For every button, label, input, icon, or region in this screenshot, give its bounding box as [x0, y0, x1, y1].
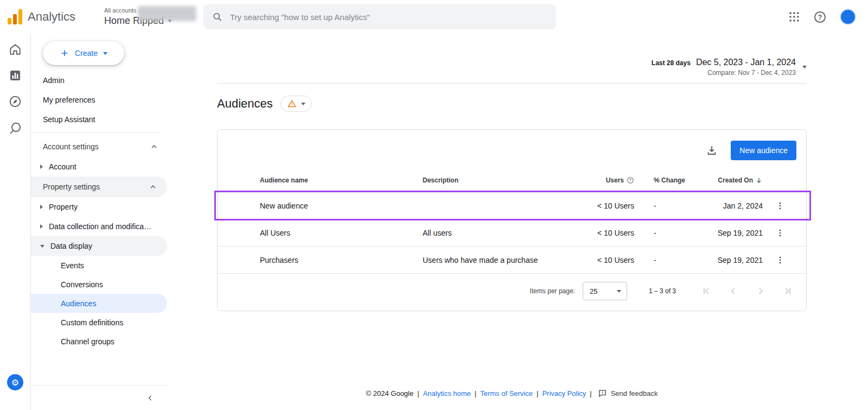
home-icon[interactable]	[8, 42, 22, 56]
account-property-picker[interactable]: All accounts › Home Ripped	[104, 7, 172, 27]
cell-created-on: Sep 19, 2021	[718, 256, 763, 264]
footer-separator: |	[475, 389, 476, 398]
chevron-down-icon	[103, 52, 107, 55]
help-circle-icon[interactable]: ?	[627, 176, 634, 184]
sidebar-item-data-display[interactable]: Data display	[31, 236, 167, 256]
collapse-sidebar-icon[interactable]	[146, 394, 154, 402]
chevron-up-icon	[150, 185, 156, 189]
reports-icon[interactable]	[9, 69, 22, 82]
page-title: Audiences	[217, 97, 273, 111]
header-description: Description	[423, 176, 596, 184]
row-actions-button[interactable]	[771, 251, 789, 269]
sidebar-item-property[interactable]: Property	[31, 197, 168, 217]
cell-audience-name[interactable]: All Users	[260, 229, 423, 237]
last-page-icon[interactable]	[782, 286, 793, 297]
search-bar[interactable]	[203, 4, 556, 29]
property-name[interactable]: Home Ripped	[104, 15, 164, 27]
row-actions-button[interactable]	[771, 224, 789, 242]
kebab-menu-icon	[775, 201, 785, 211]
create-button[interactable]: Create	[43, 41, 124, 65]
page-footer: © 2024 Google | Analytics home | Terms o…	[217, 389, 807, 410]
section-account-settings[interactable]: Account settings	[31, 136, 168, 157]
footer-link-terms[interactable]: Terms of Service	[480, 389, 533, 398]
header-created-on[interactable]: Created On	[718, 176, 763, 184]
search-input[interactable]	[230, 12, 547, 22]
section-label: Property settings	[43, 182, 100, 191]
chevron-down-icon	[40, 245, 44, 248]
explore-icon[interactable]	[8, 94, 22, 109]
header-change: % Change	[634, 176, 710, 184]
date-range-text: Last 28 days Dec 5, 2023 - Jan 1, 2024 C…	[652, 58, 796, 77]
admin-sidebar: Create Admin My preferences Setup Assist…	[31, 34, 168, 410]
sidebar-nav: Admin My preferences Setup Assistant Acc…	[31, 71, 168, 351]
cell-created-on: Jan 2, 2024	[723, 201, 763, 210]
new-audience-button[interactable]: New audience	[731, 141, 796, 160]
date-range-picker[interactable]: Last 28 days Dec 5, 2023 - Jan 1, 2024 C…	[217, 58, 807, 77]
avatar[interactable]	[840, 9, 856, 25]
sidebar-item-label: Setup Assistant	[43, 115, 95, 124]
chevron-right-icon	[40, 224, 43, 229]
footer-copyright: © 2024 Google	[366, 389, 414, 398]
footer-link-analytics-home[interactable]: Analytics home	[423, 389, 471, 398]
sidebar-item-custom-definitions[interactable]: Custom definitions	[31, 313, 168, 332]
cell-created-on: Sep 19, 2021	[718, 229, 763, 237]
section-property-settings[interactable]: Property settings	[31, 176, 167, 197]
items-per-page-select[interactable]: 25	[583, 282, 627, 300]
chevron-right-icon	[40, 165, 43, 169]
sidebar-item-label: Channel groups	[61, 337, 114, 346]
advertising-icon[interactable]	[8, 121, 22, 135]
sidebar-item-conversions[interactable]: Conversions	[31, 275, 168, 294]
table-row[interactable]: All Users All users < 10 Users - Sep 19,…	[218, 219, 806, 246]
first-page-icon[interactable]	[701, 286, 712, 297]
export-icon[interactable]	[706, 144, 718, 156]
pagination-range: 1 – 3 of 3	[649, 287, 676, 295]
sidebar-item-account[interactable]: Account	[31, 157, 168, 176]
cell-audience-name[interactable]: Purchasers	[260, 256, 423, 264]
warning-icon	[287, 99, 297, 109]
next-page-icon[interactable]	[755, 286, 766, 297]
table-row[interactable]: Purchasers Users who have made a purchas…	[218, 246, 806, 273]
pagination-controls	[701, 286, 793, 297]
sidebar-item-label: Data display	[50, 242, 92, 250]
previous-page-icon[interactable]	[728, 286, 739, 297]
pagination-bar: Items per page: 25 1 – 3 of 3	[218, 273, 806, 311]
cell-change: -	[634, 229, 710, 237]
row-actions-button[interactable]	[771, 197, 789, 215]
audience-warning-dropdown[interactable]	[280, 96, 312, 112]
table-row[interactable]: New audience < 10 Users - Jan 2, 2024	[218, 192, 806, 219]
send-feedback-button[interactable]: Send feedback	[598, 389, 658, 398]
svg-text:?: ?	[629, 178, 631, 182]
apps-grid-icon[interactable]	[788, 11, 800, 23]
sidebar-footer	[31, 385, 168, 410]
header-audience-name: Audience name	[260, 176, 423, 184]
header-users: Users ?	[606, 176, 634, 184]
breadcrumb-all-accounts[interactable]: All accounts	[104, 7, 136, 14]
topbar: Analytics All accounts › Home Ripped	[0, 0, 868, 34]
title-row: Audiences	[217, 96, 807, 112]
sidebar-item-audiences[interactable]: Audiences	[31, 294, 167, 313]
app-name: Analytics	[28, 10, 75, 24]
chevron-up-icon	[151, 144, 157, 149]
sidebar-item-label: Audiences	[61, 299, 96, 308]
sidebar-item-setup-assistant[interactable]: Setup Assistant	[31, 110, 168, 129]
sidebar-item-label: Account	[49, 162, 76, 171]
cell-description: Users who have made a purchase	[423, 256, 596, 264]
cell-audience-name[interactable]: New audience	[260, 201, 423, 210]
sidebar-item-events[interactable]: Events	[31, 256, 168, 275]
sidebar-item-data-collection[interactable]: Data collection and modifica…	[31, 217, 168, 236]
help-icon[interactable]: ?	[814, 11, 826, 23]
cell-change: -	[634, 201, 710, 210]
sidebar-item-my-preferences[interactable]: My preferences	[31, 90, 168, 110]
footer-link-privacy[interactable]: Privacy Policy	[542, 389, 586, 398]
sidebar-item-admin[interactable]: Admin	[31, 71, 168, 90]
section-label: Account settings	[43, 142, 99, 151]
sidebar-item-channel-groups[interactable]: Channel groups	[31, 332, 168, 351]
admin-gear-icon[interactable]: ⚙	[7, 374, 23, 390]
body-row: ⚙ Create Admin My preferences Setup Assi…	[0, 34, 868, 410]
breadcrumb-separator: ›	[139, 7, 141, 14]
cell-users: < 10 Users	[597, 201, 634, 210]
cell-description: All users	[423, 229, 596, 237]
date-compare-value: Compare: Nov 7 - Dec 4, 2023	[652, 69, 796, 77]
analytics-logo[interactable]: Analytics	[8, 9, 99, 24]
kebab-menu-icon	[775, 255, 785, 265]
